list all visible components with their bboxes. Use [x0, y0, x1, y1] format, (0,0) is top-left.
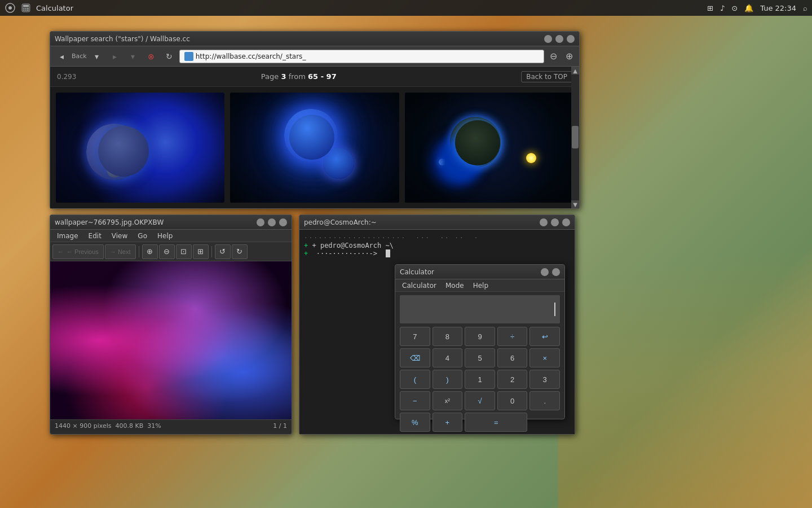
svg-rect-5: [25, 8, 26, 9]
viewer-maximize-btn[interactable]: [268, 218, 276, 226]
viewer-rotate-ccw-btn[interactable]: ↺: [215, 244, 231, 259]
svg-rect-8: [25, 10, 26, 11]
viewer-menu-image[interactable]: Image: [52, 231, 83, 241]
scroll-thumb[interactable]: [572, 126, 579, 148]
taskbar-volume-icon[interactable]: ♪: [720, 4, 725, 12]
taskbar-right: ⊞ ♪ ⊙ 🔔 Tue 22:34 ⌕: [707, 4, 807, 12]
taskbar-wifi-icon[interactable]: ⊙: [731, 4, 738, 12]
back-to-top-btn[interactable]: Back to TOP: [521, 71, 572, 82]
calculator-window: Calculator Calculator Mode Help 7 8 9 ÷ …: [395, 264, 565, 419]
viewer-zoom-fit-btn[interactable]: ⊡: [176, 244, 192, 259]
browser-forward-btn[interactable]: ▸: [107, 50, 123, 63]
apps-icon[interactable]: [5, 2, 16, 14]
desktop: Calculator ⊞ ♪ ⊙ 🔔 Tue 22:34 ⌕ Wallpaper…: [0, 0, 812, 508]
calc-btn-multiply[interactable]: ×: [529, 348, 560, 367]
calc-btn-dot[interactable]: .: [529, 391, 560, 410]
calc-btn-0[interactable]: 0: [497, 391, 528, 410]
viewer-next-btn[interactable]: → Next: [105, 244, 136, 259]
browser-reload-btn[interactable]: ↻: [161, 50, 177, 63]
calc-minimize-btn[interactable]: [541, 268, 549, 276]
browser-title: Wallpaper search ("stars") / Wallbase.cc: [55, 35, 544, 43]
calc-btn-4[interactable]: 4: [433, 348, 463, 367]
terminal-titlebar: pedro@CosmoArch:~: [299, 215, 575, 230]
browser-toolbar: ◂ Back ▾ ▸ ▾ ⊗ ↻ http://wallbase.cc/sear…: [50, 46, 579, 67]
toolbar-separator-2: [211, 246, 212, 257]
calc-btn-5[interactable]: 5: [465, 348, 495, 367]
viewer-rotate-cw-btn[interactable]: ↻: [232, 244, 248, 259]
viewer-status-page: 1 / 1: [273, 422, 287, 430]
calc-btn-8[interactable]: 8: [433, 327, 463, 346]
terminal-maximize-btn[interactable]: [551, 218, 559, 226]
calc-btn-square[interactable]: x²: [433, 391, 463, 410]
wallpaper-thumb-3[interactable]: [405, 93, 573, 203]
viewer-zoom-100-btn[interactable]: ⊞: [193, 244, 209, 259]
back-label[interactable]: Back: [72, 52, 87, 60]
viewer-minimize-btn[interactable]: [257, 218, 264, 226]
viewer-menu-view[interactable]: View: [107, 231, 132, 241]
calc-btn-equals[interactable]: =: [465, 413, 527, 432]
calc-btn-lparen[interactable]: (: [400, 370, 430, 389]
browser-scrollbar[interactable]: ▲ ▼: [571, 67, 579, 208]
calc-menu-help[interactable]: Help: [469, 281, 493, 291]
calc-btn-2[interactable]: 2: [497, 370, 528, 389]
calc-btn-1[interactable]: 1: [465, 370, 495, 389]
browser-maximize-btn[interactable]: □: [555, 35, 563, 43]
viewer-zoom-out-btn[interactable]: ⊖: [159, 244, 175, 259]
calc-btn-7[interactable]: 7: [400, 327, 430, 346]
calc-menu-calculator[interactable]: Calculator: [398, 281, 441, 291]
viewer-menu-go[interactable]: Go: [133, 231, 152, 241]
browser-minimize-btn[interactable]: −: [544, 35, 552, 43]
calc-btn-enter[interactable]: ↩: [529, 327, 560, 346]
calc-btn-plus[interactable]: +: [433, 413, 463, 432]
browser-forward-dropdown[interactable]: ▾: [125, 50, 141, 63]
calc-titlebar: Calculator: [395, 265, 564, 279]
calc-btn-3[interactable]: 3: [529, 370, 560, 389]
svg-point-1: [8, 6, 12, 10]
terminal-window-controls: [540, 218, 570, 226]
calc-window-controls: [541, 268, 560, 276]
calc-btn-6[interactable]: 6: [497, 348, 528, 367]
svg-rect-3: [23, 5, 29, 7]
viewer-prev-btn[interactable]: ← ← Previous: [52, 244, 104, 259]
viewer-close-btn[interactable]: [279, 218, 287, 226]
viewer-menu-edit[interactable]: Edit: [84, 231, 106, 241]
browser-back-dropdown[interactable]: ▾: [89, 50, 105, 63]
taskbar-windows-icon[interactable]: ⊞: [707, 4, 713, 12]
desktop-grass-decoration: [558, 169, 812, 508]
calc-btn-9[interactable]: 9: [465, 327, 495, 346]
taskbar-search-icon[interactable]: ⌕: [803, 4, 807, 12]
calc-btn-sqrt[interactable]: √: [465, 391, 495, 410]
calc-maximize-btn[interactable]: [552, 268, 560, 276]
prev-arrow-icon: ←: [58, 248, 64, 255]
viewer-image-area: [50, 261, 292, 419]
wallpaper-thumb-1[interactable]: [56, 93, 224, 203]
scroll-up-arrow[interactable]: ▲: [571, 67, 579, 75]
taskbar-app-name: Calculator: [36, 4, 73, 12]
svg-rect-6: [27, 8, 29, 9]
calc-btn-minus[interactable]: −: [400, 391, 430, 410]
viewer-zoom-in-btn[interactable]: ⊕: [142, 244, 158, 259]
taskbar-time: Tue 22:34: [760, 4, 796, 12]
calc-btn-divide[interactable]: ÷: [497, 327, 528, 346]
terminal-minimize-btn[interactable]: [540, 218, 548, 226]
scroll-down-arrow[interactable]: ▼: [571, 200, 579, 208]
browser-close-btn[interactable]: ×: [567, 35, 575, 43]
calc-btn-backspace[interactable]: ⌫: [400, 348, 430, 367]
calc-btn-percent[interactable]: %: [400, 413, 430, 432]
url-bar[interactable]: http://wallbase.cc/search/_stars_: [179, 50, 544, 63]
terminal-close-btn[interactable]: [562, 218, 570, 226]
terminal-line-2: + + pedro@CosmoArch ~\: [304, 242, 570, 249]
browser-zoom-out[interactable]: ⊖: [546, 50, 560, 63]
calc-menu-mode[interactable]: Mode: [441, 281, 469, 291]
wallpaper-thumb-2[interactable]: [230, 93, 399, 203]
taskbar-left: Calculator: [5, 2, 73, 14]
browser-stop-btn[interactable]: ⊗: [143, 50, 159, 63]
browser-zoom-in[interactable]: ⊕: [562, 50, 576, 63]
calculator-app-icon[interactable]: [20, 2, 32, 14]
calc-title: Calculator: [400, 268, 541, 276]
taskbar-notify-icon[interactable]: 🔔: [744, 4, 753, 12]
browser-back-btn[interactable]: ◂: [54, 50, 69, 63]
svg-rect-9: [27, 10, 29, 11]
viewer-menu-help[interactable]: Help: [153, 231, 177, 241]
calc-btn-rparen[interactable]: ): [433, 370, 463, 389]
